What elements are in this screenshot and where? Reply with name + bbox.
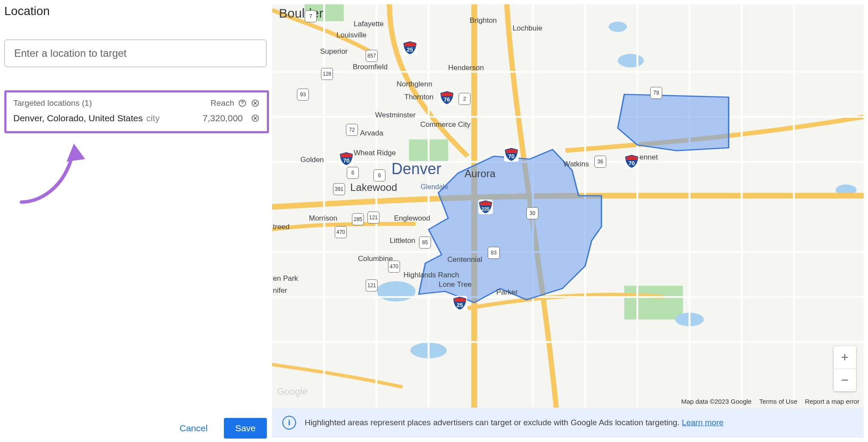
location-type: city bbox=[146, 113, 160, 123]
remove-location-icon[interactable] bbox=[251, 114, 260, 123]
map-label-park: en Park bbox=[273, 274, 298, 283]
map-label-watkins: Watkins bbox=[563, 160, 589, 169]
map-label-louisville: Louisville bbox=[336, 31, 367, 40]
map-label-nifer: nifer bbox=[273, 286, 287, 295]
map-label-littleton: Littleton bbox=[390, 236, 416, 245]
svg-text:70: 70 bbox=[508, 153, 514, 160]
map-label-parker: Parker bbox=[496, 288, 518, 297]
shield-857: 857 bbox=[366, 50, 378, 62]
map-label-glendale: Glendale bbox=[421, 183, 448, 191]
location-target-input[interactable] bbox=[4, 40, 266, 67]
shield-83: 83 bbox=[488, 247, 500, 259]
map-label-golden: Golden bbox=[300, 156, 324, 164]
map-label-wheatridge: Wheat Ridge bbox=[354, 149, 396, 157]
shield-85a: 85 bbox=[419, 236, 431, 249]
learn-more-link[interactable]: Learn more bbox=[682, 418, 724, 427]
shield-121a: 121 bbox=[367, 212, 379, 224]
report-map-error-link[interactable]: Report a map error bbox=[805, 398, 859, 405]
shield-285: 285 bbox=[352, 213, 364, 225]
shield-470b: 470 bbox=[388, 261, 400, 273]
map-label-morrison: Morrison bbox=[309, 214, 337, 223]
info-text: Highlighted areas represent places adver… bbox=[305, 417, 724, 429]
shield-30: 30 bbox=[526, 207, 538, 219]
map-label-broomfield: Broomfield bbox=[353, 63, 388, 71]
map-zoom-controls: + − bbox=[834, 346, 856, 391]
reach-column-label: Reach bbox=[211, 98, 234, 108]
zoom-out-button[interactable]: − bbox=[834, 369, 856, 391]
map-label-centennial: Centennial bbox=[447, 255, 482, 264]
info-icon: i bbox=[282, 416, 296, 430]
section-title: Location bbox=[4, 4, 268, 18]
svg-text:25: 25 bbox=[407, 46, 413, 53]
shield-7: 7 bbox=[305, 10, 317, 22]
shield-391: 391 bbox=[333, 183, 345, 195]
zoom-in-button[interactable]: + bbox=[834, 346, 856, 368]
shield-6b: 6 bbox=[373, 169, 385, 181]
map-panel[interactable]: Boulder Lafayette Louisville Brighton Lo… bbox=[272, 4, 864, 438]
google-logo: Google bbox=[277, 386, 308, 397]
interstate-25b: 25 bbox=[452, 296, 467, 310]
location-name: Denver, Colorado, United States bbox=[13, 113, 143, 123]
map-label-superior: Superior bbox=[320, 47, 348, 56]
terms-of-use-link[interactable]: Terms of Use bbox=[759, 398, 797, 405]
svg-point-1 bbox=[242, 105, 242, 105]
shield-72: 72 bbox=[346, 124, 358, 136]
svg-text:76: 76 bbox=[444, 96, 450, 103]
map-label-lafayette: Lafayette bbox=[354, 20, 384, 28]
map-labels: Boulder Lafayette Louisville Brighton Lo… bbox=[272, 4, 864, 438]
map-label-thornton: Thornton bbox=[404, 93, 434, 101]
map-label-treed: treed bbox=[273, 223, 290, 231]
map-label-highlands: Highlands Ranch bbox=[403, 271, 451, 279]
targeted-location-row: Denver, Colorado, United States city 7,3… bbox=[13, 113, 260, 123]
map-info-banner: i Highlighted areas represent places adv… bbox=[272, 408, 864, 438]
map-label-denver: Denver bbox=[391, 160, 441, 178]
interstate-76: 76 bbox=[440, 90, 454, 105]
map-label-westminster: Westminster bbox=[375, 111, 416, 120]
interstate-70b: 70 bbox=[504, 147, 519, 162]
shield-79: 79 bbox=[650, 87, 662, 99]
interstate-225: 225 bbox=[478, 200, 493, 214]
map-label-lakewood: Lakewood bbox=[350, 181, 397, 193]
map-attribution: Map data ©2023 Google Terms of Use Repor… bbox=[681, 398, 859, 405]
map-label-northglenn: Northglenn bbox=[397, 80, 432, 89]
clear-all-icon[interactable] bbox=[251, 98, 260, 108]
targeted-locations-box: Targeted locations (1) Reach Denver, Col… bbox=[4, 90, 269, 133]
save-button[interactable]: Save bbox=[224, 418, 267, 439]
svg-text:25: 25 bbox=[457, 302, 463, 308]
annotation-arrow-icon bbox=[17, 138, 95, 211]
targeted-count-label: Targeted locations (1) bbox=[13, 98, 92, 108]
map-data-label: Map data ©2023 Google bbox=[681, 398, 752, 405]
map-label-lonetree: Lone Tree bbox=[439, 280, 472, 289]
map-label-arvada: Arvada bbox=[360, 129, 383, 138]
shield-128: 128 bbox=[321, 68, 333, 80]
svg-text:225: 225 bbox=[482, 206, 489, 212]
map-label-brighton: Brighton bbox=[470, 16, 497, 25]
location-reach-value: 7,320,000 bbox=[203, 113, 243, 123]
map-label-commerce: Commerce City bbox=[420, 120, 468, 129]
map-label-englewood: Englewood bbox=[394, 214, 430, 223]
cancel-button[interactable]: Cancel bbox=[171, 418, 216, 439]
location-left-panel: Location Targeted locations (1) Reach De… bbox=[0, 0, 272, 442]
shield-36: 36 bbox=[594, 156, 606, 168]
map-label-henderson: Henderson bbox=[448, 64, 484, 72]
svg-text:70: 70 bbox=[629, 160, 635, 166]
svg-text:70: 70 bbox=[343, 157, 349, 164]
shield-2: 2 bbox=[458, 93, 471, 105]
form-actions: Cancel Save bbox=[171, 418, 267, 439]
targeted-header: Targeted locations (1) Reach bbox=[13, 98, 260, 108]
interstate-70a: 70 bbox=[339, 151, 354, 166]
map-label-lochbuie: Lochbuie bbox=[513, 24, 542, 33]
info-message: Highlighted areas represent places adver… bbox=[305, 418, 682, 427]
shield-121b: 121 bbox=[366, 279, 378, 292]
interstate-25a: 25 bbox=[403, 40, 417, 55]
map-label-columbine: Columbine bbox=[358, 255, 393, 263]
map-label-aurora: Aurora bbox=[465, 168, 495, 180]
shield-93: 93 bbox=[297, 89, 309, 101]
shield-470a: 470 bbox=[335, 226, 347, 238]
shield-6a: 6 bbox=[347, 167, 359, 179]
help-icon[interactable] bbox=[238, 98, 247, 108]
interstate-70c: 70 bbox=[624, 154, 639, 169]
